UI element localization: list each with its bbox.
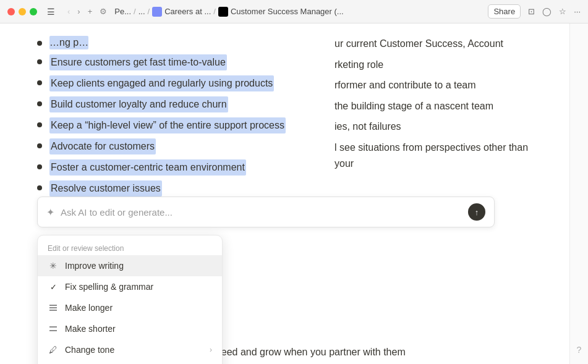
chevron-right-icon: › (210, 345, 212, 354)
add-page-button[interactable]: + (85, 6, 95, 17)
sparkle-icon: ✳ (48, 260, 59, 271)
ai-send-button[interactable]: ↑ (468, 203, 485, 221)
bullet-dot (37, 101, 42, 106)
breadcrumb-item-3[interactable]: Careers at ... (164, 7, 211, 16)
fix-spelling-label: Fix spelling & grammar (65, 282, 153, 292)
breadcrumb-icon-4 (218, 7, 228, 17)
back-button[interactable]: ‹ (65, 6, 72, 17)
make-longer-label: Make longer (65, 303, 113, 313)
maximize-button[interactable] (30, 8, 37, 15)
content-area: …ng p… Ensure customers get fast time-to… (0, 23, 588, 364)
simplify-language-item[interactable]: ✦ Simplify language (38, 360, 222, 364)
list-item-text: Resolve customer issues (49, 180, 162, 197)
ai-input-placeholder[interactable]: Ask AI to edit or generate... (61, 207, 462, 218)
help-icon[interactable]: ? (577, 345, 582, 355)
breadcrumb-sep-3: / (213, 7, 216, 16)
right-text-line1: ur current Customer Success, Account (334, 36, 545, 52)
breadcrumb-icon-3 (152, 7, 162, 17)
make-longer-item[interactable]: Make longer (38, 297, 222, 318)
forward-button[interactable]: › (75, 6, 82, 17)
bullet-dot (37, 164, 42, 169)
toolbar-icon-4[interactable]: ··· (574, 7, 581, 16)
close-button[interactable] (7, 8, 15, 15)
menu-icon[interactable]: ☰ (47, 7, 55, 17)
lines-icon (48, 302, 59, 313)
share-button[interactable]: Share (488, 4, 521, 19)
change-tone-item[interactable]: 🖊 Change tone › (38, 339, 222, 360)
checkmark-icon: ✓ (48, 281, 59, 292)
breadcrumb-sep-2: / (148, 7, 150, 16)
main-content: …ng p… Ensure customers get fast time-to… (0, 23, 569, 364)
bullet-dot (37, 122, 42, 127)
titlebar-actions: Share ⊡ ◯ ☆ ··· (488, 4, 581, 19)
right-column-text: ur current Customer Success, Account rke… (334, 36, 545, 176)
ai-dropdown-menu: Edit or review selection ✳ Improve writi… (37, 235, 223, 364)
bullet-dot (37, 185, 42, 190)
titlebar: ☰ ‹ › + ⚙ Pe... / ... / Careers at ... /… (0, 0, 588, 23)
bullet-dot (37, 59, 42, 64)
breadcrumb-item-1[interactable]: Pe... (114, 7, 131, 16)
list-item-text: Ensure customers get fast time-to-value (49, 54, 227, 70)
traffic-lights (7, 8, 37, 15)
improve-writing-item[interactable]: ✳ Improve writing (38, 255, 222, 276)
list-item: Resolve customer issues (37, 180, 532, 197)
list-item-text: Keep clients engaged and regularly using… (49, 75, 274, 91)
right-text-line6: l see situations from perspectives other… (334, 140, 545, 171)
wand-icon: 🖊 (48, 344, 59, 355)
improve-writing-label: Improve writing (65, 261, 124, 271)
breadcrumb-sep-1: / (134, 7, 136, 16)
dropdown-section-header: Edit or review selection (38, 240, 222, 255)
toolbar-icon-3[interactable]: ☆ (559, 7, 566, 16)
make-shorter-item[interactable]: Make shorter (38, 318, 222, 339)
toolbar-icon-1[interactable]: ⊡ (528, 7, 535, 16)
list-item-text: Build customer loyalty and reduce churn (49, 96, 228, 112)
ai-sparkle-icon: ✦ (46, 206, 54, 218)
right-text-line4: the building stage of a nascent team (334, 98, 545, 114)
truncated-item-text: …ng p… (49, 36, 88, 49)
toolbar-icon-2[interactable]: ◯ (542, 7, 552, 16)
right-text-line5: ies, not failures (334, 119, 545, 135)
breadcrumb-item-4[interactable]: Customer Success Manager (... (231, 7, 344, 16)
lines-short-icon (48, 323, 59, 334)
bullet-dot (37, 143, 42, 148)
list-item-text: Keep a “high-level view” of the entire s… (49, 117, 286, 133)
list-item-text: Foster a customer-centric team environme… (49, 159, 246, 176)
list-item-text: Advocate for customers (49, 138, 156, 154)
bullet-dot (37, 80, 42, 85)
send-icon: ↑ (475, 208, 479, 217)
right-text-line2: rketing role (334, 57, 545, 73)
fix-spelling-item[interactable]: ✓ Fix spelling & grammar (38, 276, 222, 297)
breadcrumb-item-2[interactable]: ... (138, 7, 145, 16)
settings-icon[interactable]: ⚙ (97, 6, 109, 17)
minimize-button[interactable] (19, 8, 26, 15)
ai-input-container: ✦ Ask AI to edit or generate... ↑ (37, 197, 495, 227)
nav-buttons: ‹ › + ⚙ (65, 6, 109, 17)
make-shorter-label: Make shorter (65, 324, 116, 334)
breadcrumb: Pe... / ... / Careers at ... / Customer … (114, 7, 483, 17)
right-sidebar: ? (569, 23, 588, 364)
change-tone-label: Change tone (65, 345, 114, 355)
right-text-line3: rformer and contribute to a team (334, 77, 545, 93)
